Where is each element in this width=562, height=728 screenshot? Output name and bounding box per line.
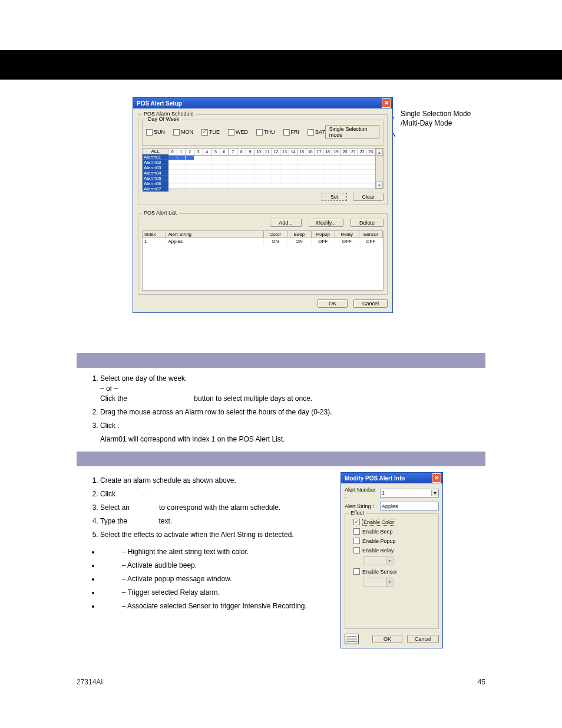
effect-checkbox-row[interactable]: Enable Popup xyxy=(350,538,434,544)
grid-cell[interactable] xyxy=(358,174,367,179)
checkbox-icon[interactable] xyxy=(353,568,360,575)
grid-cell[interactable] xyxy=(349,184,358,188)
grid-cell[interactable] xyxy=(220,184,229,188)
grid-cell[interactable] xyxy=(323,156,332,160)
grid-cell[interactable] xyxy=(211,184,220,188)
grid-cell[interactable] xyxy=(203,165,212,169)
grid-cell[interactable] xyxy=(280,156,289,160)
grid-cell[interactable] xyxy=(186,170,194,174)
grid-cell[interactable] xyxy=(297,165,306,169)
grid-cell[interactable] xyxy=(349,165,358,169)
grid-cell[interactable] xyxy=(203,174,212,179)
grid-cell[interactable] xyxy=(272,170,281,174)
grid-cell[interactable] xyxy=(177,160,186,164)
day-checkbox-mon[interactable]: MON xyxy=(173,129,193,136)
cancel-button[interactable]: Cancel xyxy=(353,299,388,308)
grid-cell[interactable] xyxy=(229,160,237,164)
grid-cell[interactable] xyxy=(194,184,203,188)
column-header[interactable]: Beep xyxy=(287,231,311,238)
grid-cell[interactable] xyxy=(323,174,332,179)
grid-cell[interactable] xyxy=(220,170,229,174)
grid-cell[interactable] xyxy=(341,156,350,160)
grid-cell[interactable] xyxy=(194,160,203,164)
grid-cell[interactable] xyxy=(280,170,289,174)
grid-cell[interactable] xyxy=(263,174,272,179)
grid-cell[interactable] xyxy=(297,184,306,188)
grid-cell[interactable] xyxy=(177,179,186,183)
day-checkbox-thu[interactable]: THU xyxy=(256,129,275,136)
grid-cell[interactable] xyxy=(177,170,186,174)
grid-cell[interactable] xyxy=(272,160,281,164)
grid-cell[interactable] xyxy=(306,184,315,188)
grid-cell[interactable] xyxy=(366,184,375,188)
grid-cell[interactable] xyxy=(177,156,186,160)
grid-cell[interactable] xyxy=(349,160,358,164)
ok-button[interactable]: OK xyxy=(318,299,348,308)
chevron-down-icon[interactable]: ▼ xyxy=(431,490,438,496)
grid-cell[interactable] xyxy=(177,165,186,169)
add-button[interactable]: Add... xyxy=(270,219,302,227)
grid-cell[interactable] xyxy=(358,170,367,174)
grid-cell[interactable] xyxy=(263,179,272,183)
grid-cell[interactable] xyxy=(349,156,358,160)
column-header[interactable]: Color xyxy=(264,231,287,238)
grid-cell[interactable] xyxy=(229,156,237,160)
column-header[interactable]: Popup xyxy=(312,231,335,238)
grid-cell[interactable] xyxy=(203,179,212,183)
grid-cell[interactable] xyxy=(168,170,177,174)
grid-cell[interactable] xyxy=(366,179,375,183)
grid-cell[interactable] xyxy=(349,179,358,183)
column-header[interactable]: Index xyxy=(143,231,166,238)
checkbox-icon[interactable] xyxy=(283,129,290,136)
grid-cell[interactable] xyxy=(237,160,246,164)
checkbox-icon[interactable] xyxy=(173,129,180,136)
checkbox-icon[interactable]: ✓ xyxy=(201,129,208,136)
grid-cell[interactable] xyxy=(272,174,281,179)
scroll-down-icon[interactable]: ▼ xyxy=(376,182,383,189)
grid-cell[interactable] xyxy=(203,160,212,164)
keyboard-icon[interactable] xyxy=(345,634,359,644)
grid-cell[interactable] xyxy=(358,156,367,160)
grid-cell[interactable] xyxy=(358,179,367,183)
checkbox-icon[interactable]: ✓ xyxy=(353,519,360,525)
checkbox-icon[interactable] xyxy=(146,129,153,136)
grid-cell[interactable] xyxy=(263,165,272,169)
grid-cell[interactable] xyxy=(297,170,306,174)
grid-cell[interactable] xyxy=(315,174,324,179)
day-checkbox-fri[interactable]: FRI xyxy=(283,129,300,136)
grid-cell[interactable] xyxy=(289,170,298,174)
grid-cell[interactable] xyxy=(254,165,263,169)
grid-cell[interactable] xyxy=(263,184,272,188)
clear-button[interactable]: Clear xyxy=(353,193,384,201)
grid-cell[interactable] xyxy=(332,184,341,188)
grid-cell[interactable] xyxy=(315,165,324,169)
grid-cell[interactable] xyxy=(366,165,375,169)
grid-cell[interactable] xyxy=(341,160,350,164)
grid-cell[interactable] xyxy=(254,179,263,183)
grid-cell[interactable] xyxy=(358,184,367,188)
grid-cell[interactable] xyxy=(220,160,229,164)
grid-cell[interactable] xyxy=(272,179,281,183)
grid-cell[interactable] xyxy=(211,170,220,174)
grid-cell[interactable] xyxy=(237,170,246,174)
grid-cell[interactable] xyxy=(254,156,263,160)
grid-cell[interactable] xyxy=(246,170,255,174)
checkbox-icon[interactable] xyxy=(256,129,263,136)
grid-cell[interactable] xyxy=(341,170,350,174)
grid-cell[interactable] xyxy=(168,165,177,169)
grid-cell[interactable] xyxy=(168,179,177,183)
grid-cell[interactable] xyxy=(341,165,350,169)
grid-cell[interactable] xyxy=(263,156,272,160)
effect-checkbox-row[interactable]: ✓Enable Color xyxy=(350,519,434,525)
grid-row[interactable] xyxy=(168,184,375,189)
grid-cell[interactable] xyxy=(341,179,350,183)
column-header[interactable]: Alert String xyxy=(166,231,263,238)
grid-cell[interactable] xyxy=(194,156,203,160)
grid-cell[interactable] xyxy=(229,179,237,183)
grid-cell[interactable] xyxy=(323,184,332,188)
single-selection-mode-button[interactable]: Single Selection mode xyxy=(325,125,379,139)
grid-cell[interactable] xyxy=(229,165,237,169)
grid-row[interactable] xyxy=(168,160,375,165)
grid-cell[interactable] xyxy=(297,156,306,160)
grid-cell[interactable] xyxy=(186,165,194,169)
